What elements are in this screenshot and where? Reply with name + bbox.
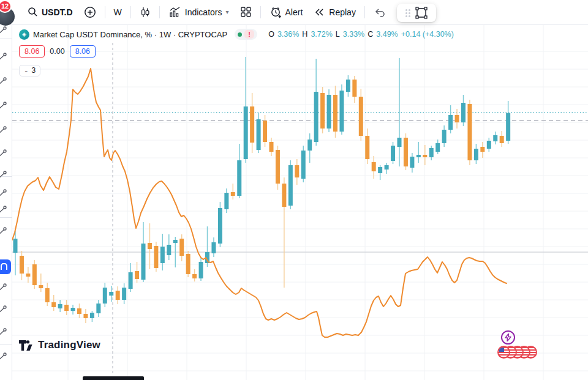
toolbar-separator	[260, 6, 261, 18]
candlestick-type-icon	[140, 6, 151, 18]
sidebar-magnet-tool[interactable]	[0, 259, 11, 274]
symbol-logo-icon: ◈	[19, 29, 29, 40]
open-label: O	[268, 30, 274, 39]
us-flag-icon	[497, 346, 510, 359]
tradingview-app: { "toolbar": { "badge_count": "12", "sym…	[0, 0, 588, 380]
collapse-count: 3	[32, 66, 36, 75]
drag-handle-icon[interactable]	[405, 9, 410, 17]
sidebar-zoom-tool[interactable]	[0, 225, 9, 240]
drawing-panel-pill[interactable]	[397, 4, 436, 22]
sidebar-pattern-tool[interactable]	[0, 100, 9, 114]
notification-badge[interactable]: 12	[0, 0, 12, 13]
toolbar-separator	[159, 6, 160, 18]
alert-button[interactable]: Alert	[264, 4, 309, 21]
time-axis-label-fragment	[83, 376, 144, 380]
top-toolbar: 12 USDT.D W	[0, 0, 588, 24]
sidebar-text-tool[interactable]	[0, 204, 9, 218]
status-pill: !	[235, 29, 257, 40]
economic-events-flags-icon[interactable]	[497, 346, 539, 359]
symbol-name: USDT.D	[42, 7, 73, 17]
indicators-icon	[168, 6, 181, 18]
chevron-down-icon: ▾	[225, 9, 228, 15]
drawing-toolbar	[0, 25, 12, 380]
sidebar-zigzag-tool[interactable]	[0, 147, 9, 162]
sidebar-brush-tool[interactable]	[0, 169, 9, 184]
replay-button[interactable]: Replay	[308, 4, 361, 21]
interval-button[interactable]: W	[108, 4, 127, 21]
undo-arrow-icon	[374, 7, 386, 18]
search-icon	[28, 7, 38, 17]
sidebar-cross-tool[interactable]	[0, 25, 9, 39]
plus-circle-icon	[84, 6, 96, 18]
data-window-row: 8.06 0.00 8.06	[19, 45, 454, 58]
grid-layout-icon	[240, 6, 252, 18]
brand-text: TradingView	[38, 339, 100, 351]
low-value: 3.33%	[343, 30, 364, 39]
market-status-dot-icon	[238, 32, 242, 37]
close-label: C	[368, 30, 373, 39]
marquee-select-icon[interactable]	[415, 6, 428, 20]
sidebar-trash-tool[interactable]	[0, 351, 9, 365]
undo-button[interactable]	[368, 4, 391, 21]
sidebar-hide-tool[interactable]	[0, 304, 9, 318]
high-label: H	[302, 30, 307, 39]
alert-warning-icon[interactable]: !	[244, 30, 254, 39]
indicators-button[interactable]: Indicators ▾	[163, 4, 235, 21]
mid-value: 0.00	[50, 47, 64, 56]
low-label: L	[336, 30, 340, 39]
chart-legend: ◈ Market Cap USDT Dominance, % · 1W · CR…	[19, 28, 454, 76]
sidebar-lock-tool[interactable]	[0, 281, 9, 296]
replay-label: Replay	[329, 7, 356, 17]
toolbar-separator	[364, 6, 365, 18]
user-avatar[interactable]: 12	[0, 0, 22, 24]
chart-type-button[interactable]	[134, 4, 156, 21]
replay-rewind-icon	[314, 7, 325, 18]
ohlc-values: O3.36% H3.72% L3.33% C3.49% +0.14 (+4.30…	[268, 30, 454, 39]
legend-title[interactable]: Market Cap USDT Dominance, % · 1W · CRYP…	[33, 30, 227, 39]
price-chart-canvas[interactable]	[12, 25, 588, 380]
tradingview-mark-icon	[19, 340, 34, 351]
indicators-label: Indicators	[185, 7, 222, 17]
open-value: 3.36%	[277, 30, 299, 39]
toolbar-separator	[130, 6, 131, 18]
layout-templates-button[interactable]	[235, 4, 257, 21]
symbol-search-button[interactable]: USDT.D	[22, 4, 78, 21]
right-price-box: 8.06	[70, 45, 96, 58]
sidebar-separator	[0, 345, 12, 345]
sidebar-prediction-tool[interactable]	[0, 124, 9, 139]
sidebar-eraser-tool[interactable]	[0, 326, 9, 341]
high-value: 3.72%	[311, 30, 332, 39]
chart-pane[interactable]: ◈ Market Cap USDT Dominance, % · 1W · CR…	[12, 25, 588, 380]
chevron-down-icon: ⌄	[24, 67, 29, 73]
left-price-box: 8.06	[19, 45, 45, 58]
change-value: +0.14 (+4.30%)	[401, 30, 454, 39]
tradingview-logo[interactable]: TradingView	[19, 339, 100, 351]
toolbar-separator	[105, 6, 105, 18]
sidebar-circle-tool[interactable]	[0, 187, 9, 202]
sidebar-trend-line-tool[interactable]	[0, 51, 9, 65]
sidebar-fib-tool[interactable]	[0, 75, 9, 90]
alarm-clock-icon	[270, 6, 282, 18]
compare-add-button[interactable]	[78, 4, 102, 21]
lightning-event-icon[interactable]	[501, 330, 515, 345]
interval-label: W	[114, 7, 122, 17]
close-value: 3.49%	[376, 30, 398, 39]
indicators-collapse-button[interactable]: ⌄ 3	[19, 65, 40, 76]
alert-label: Alert	[285, 7, 303, 17]
